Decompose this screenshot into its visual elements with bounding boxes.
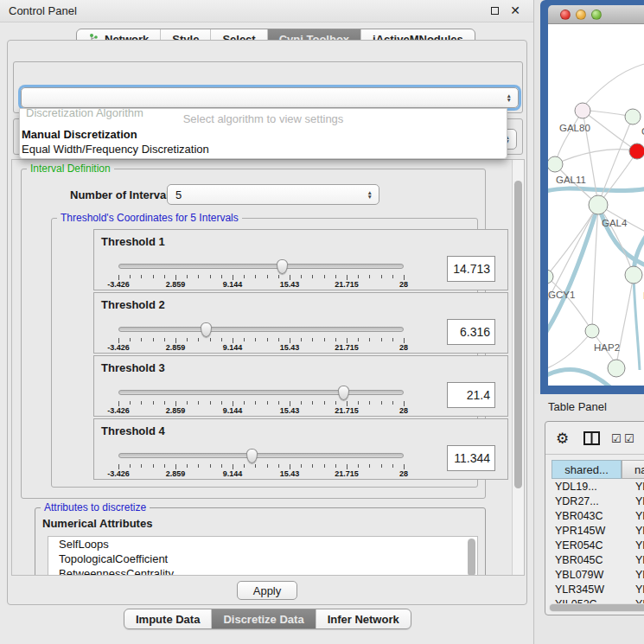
threshold-slider[interactable] [118,450,404,462]
node-selected-red[interactable] [629,143,644,159]
cell-shared-name[interactable]: YDL19... [552,481,622,495]
slider-handle[interactable] [277,259,288,274]
cell-shared-name[interactable]: YBR043C [552,510,622,525]
bottom-tab-strip: Impute Data Discretize Data Infer Networ… [124,609,411,629]
cell-name[interactable]: YPR1 [622,525,644,539]
cell-shared-name[interactable]: YBL079W [552,569,622,583]
slider-track[interactable] [118,390,404,395]
table-row[interactable]: YLR345WYLR3 [552,583,644,598]
tick-mark [198,464,199,468]
network-canvas[interactable]: GAL80 GA C GAL11 GAL4 GCY1 H HAP2 [548,24,644,386]
float-window-icon[interactable] [488,5,501,17]
cell-shared-name[interactable]: YLR345W [552,583,622,598]
numerical-attributes-list[interactable]: SelfLoops TopologicalCoefficient Between… [48,536,478,576]
tab-infer-network[interactable]: Infer Network [316,609,411,628]
slider-track[interactable] [118,453,404,458]
thresholds-group-label: Threshold's Coordinates for 5 Intervals [57,212,242,224]
table-row[interactable]: YPR145WYPR1 [552,525,644,539]
cell-name[interactable]: YBL0 [622,569,644,583]
table-row[interactable]: YDL19...YDL1 [552,481,644,495]
cell-name[interactable]: YER0 [622,539,644,554]
algorithm-placeholder-item[interactable]: Select algorithm to view settings [20,112,507,125]
close-icon[interactable]: ✕ [509,5,521,17]
table-row[interactable]: YBR043CYBR0 [552,510,644,525]
cell-shared-name[interactable]: YBR045C [552,554,622,569]
cell-name[interactable]: YDR2 [622,495,644,510]
cell-name[interactable]: YBR0 [622,510,644,525]
threshold-value-field[interactable]: 14.713 [447,256,495,282]
tick-mark [210,464,211,468]
threshold-row: Threshold 3 -3.426 2.859 9.144 15.43 21.… [93,355,508,417]
tab-impute-data[interactable]: Impute Data [124,609,212,628]
cyni-toolbox-pane: ▲▼ Select algorithm to view settings Man… [7,40,527,605]
threshold-slider[interactable] [118,261,404,273]
tick-mark [335,401,336,405]
network-window-titlebar[interactable] [548,5,644,24]
tick-mark [312,401,313,405]
list-item[interactable]: BetweennessCentrality [48,566,477,576]
node-gal11[interactable] [548,156,563,172]
cell-shared-name[interactable]: YDR27... [552,495,622,510]
slider-track[interactable] [118,327,404,332]
table-row[interactable]: YBR045CYBR0 [552,554,644,569]
tick-mark [141,464,142,468]
cell-shared-name[interactable]: YER054C [552,539,622,554]
zoom-traffic-light[interactable] [591,10,602,20]
table-row[interactable]: YBL079WYBL0 [552,569,644,583]
table-row[interactable]: YER054CYER0 [552,539,644,554]
node-label: GAL80 [559,123,590,133]
slider-tick-labels: -3.426 2.859 9.144 15.43 21.715 28 [118,469,404,478]
algorithm-combobox[interactable]: ▲▼ [21,87,519,108]
minimize-traffic-light[interactable] [576,10,586,20]
node-bottom[interactable] [608,360,625,377]
algorithm-option-equal-width[interactable]: Equal Width/Frequency Discretization [22,143,209,156]
tick-mark [164,401,165,405]
slider-handle[interactable] [201,322,212,337]
tick-mark [187,338,188,341]
cell-name[interactable]: YDL1 [622,481,644,495]
tick-mark [210,275,211,278]
node-gal80[interactable] [575,103,590,118]
threshold-slider[interactable] [118,387,404,399]
table-row[interactable]: YDR27...YDR2 [552,495,644,510]
select-all-checkbox-icon[interactable]: ☑ [611,432,622,445]
node-h[interactable] [625,266,642,284]
slider-track[interactable] [118,264,404,269]
settings-scrollbar[interactable] [512,160,524,576]
list-item[interactable]: TopologicalCoefficient [48,552,477,566]
algorithm-option-manual[interactable]: Manual Discretization [22,128,137,141]
apply-button[interactable]: Apply [237,581,297,600]
scrollbar-thumb[interactable] [514,181,522,488]
tab-discretize-data[interactable]: Discretize Data [212,609,316,628]
column-header-name[interactable]: name [622,460,644,479]
cell-name[interactable]: YLR3 [622,583,644,598]
tick-mark [267,338,268,341]
slider-handle[interactable] [246,449,258,463]
number-of-intervals-combo[interactable]: 5 ▲▼ [167,184,379,205]
threshold-value-field[interactable]: 21.4 [447,382,495,408]
columns-icon[interactable] [583,431,601,445]
scrollbar-thumb[interactable] [550,604,644,611]
tick-mark [198,275,199,278]
list-item[interactable]: SelfLoops [48,537,477,552]
cell-shared-name[interactable]: YPR145W [552,525,622,539]
threshold-value-field[interactable]: 6.316 [447,319,495,345]
tick-mark [130,338,131,341]
table-horizontal-scrollbar[interactable] [549,603,644,612]
node-ga[interactable] [625,109,641,124]
column-header-shared-name[interactable]: shared... [552,460,622,479]
threshold-slider[interactable] [118,324,404,336]
tick-mark [210,338,211,341]
node-hap2[interactable] [585,324,599,338]
slider-tick-labels: -3.426 2.859 9.144 15.43 21.715 28 [118,343,404,352]
tick-mark [358,275,359,278]
close-traffic-light[interactable] [560,10,571,20]
slider-handle[interactable] [338,386,349,400]
cell-name[interactable]: YBR0 [622,554,644,569]
tick-mark [358,464,359,468]
list-scrollbar[interactable] [468,539,475,576]
threshold-value-field[interactable]: 11.344 [447,445,495,471]
select-none-checkbox-icon[interactable]: ☑ [624,432,634,445]
gear-icon[interactable]: ⚙ [556,430,569,448]
node-gal4[interactable] [589,195,608,214]
